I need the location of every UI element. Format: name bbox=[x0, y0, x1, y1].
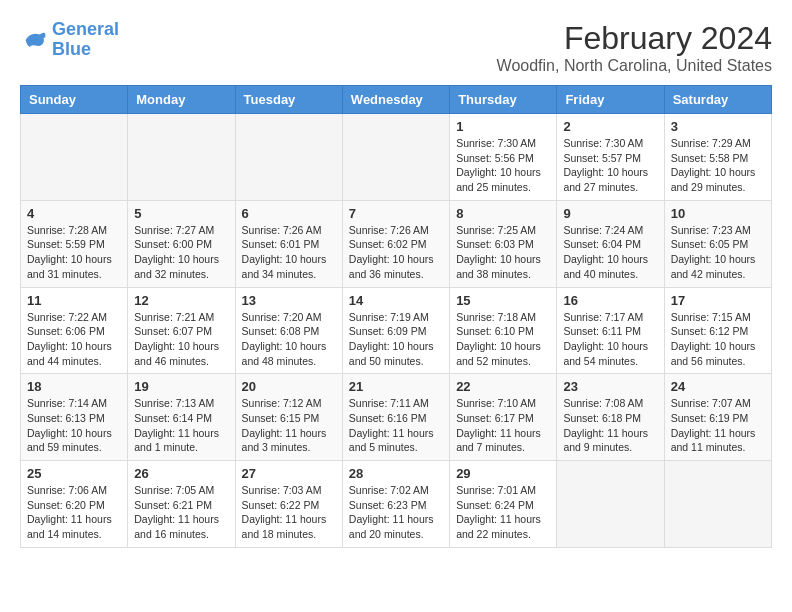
calendar-cell: 19Sunrise: 7:13 AMSunset: 6:14 PMDayligh… bbox=[128, 374, 235, 461]
header-cell-friday: Friday bbox=[557, 86, 664, 114]
day-number: 15 bbox=[456, 293, 550, 308]
day-number: 1 bbox=[456, 119, 550, 134]
calendar-cell: 23Sunrise: 7:08 AMSunset: 6:18 PMDayligh… bbox=[557, 374, 664, 461]
calendar-cell: 16Sunrise: 7:17 AMSunset: 6:11 PMDayligh… bbox=[557, 287, 664, 374]
calendar-cell: 9Sunrise: 7:24 AMSunset: 6:04 PMDaylight… bbox=[557, 200, 664, 287]
day-number: 5 bbox=[134, 206, 228, 221]
day-number: 4 bbox=[27, 206, 121, 221]
day-number: 13 bbox=[242, 293, 336, 308]
calendar-week-1: 1Sunrise: 7:30 AMSunset: 5:56 PMDaylight… bbox=[21, 114, 772, 201]
calendar-cell: 28Sunrise: 7:02 AMSunset: 6:23 PMDayligh… bbox=[342, 461, 449, 548]
day-info: Sunrise: 7:28 AMSunset: 5:59 PMDaylight:… bbox=[27, 223, 121, 282]
day-number: 23 bbox=[563, 379, 657, 394]
day-number: 2 bbox=[563, 119, 657, 134]
calendar-cell bbox=[235, 114, 342, 201]
day-number: 26 bbox=[134, 466, 228, 481]
calendar-cell: 20Sunrise: 7:12 AMSunset: 6:15 PMDayligh… bbox=[235, 374, 342, 461]
header-cell-wednesday: Wednesday bbox=[342, 86, 449, 114]
calendar-cell bbox=[342, 114, 449, 201]
day-number: 20 bbox=[242, 379, 336, 394]
day-info: Sunrise: 7:12 AMSunset: 6:15 PMDaylight:… bbox=[242, 396, 336, 455]
calendar-cell: 3Sunrise: 7:29 AMSunset: 5:58 PMDaylight… bbox=[664, 114, 771, 201]
header-cell-sunday: Sunday bbox=[21, 86, 128, 114]
header-cell-monday: Monday bbox=[128, 86, 235, 114]
day-info: Sunrise: 7:15 AMSunset: 6:12 PMDaylight:… bbox=[671, 310, 765, 369]
page-header: General Blue February 2024 Woodfin, Nort… bbox=[20, 20, 772, 75]
calendar-cell bbox=[128, 114, 235, 201]
calendar-cell bbox=[21, 114, 128, 201]
calendar-cell bbox=[664, 461, 771, 548]
page-subtitle: Woodfin, North Carolina, United States bbox=[497, 57, 772, 75]
day-info: Sunrise: 7:23 AMSunset: 6:05 PMDaylight:… bbox=[671, 223, 765, 282]
calendar-cell: 12Sunrise: 7:21 AMSunset: 6:07 PMDayligh… bbox=[128, 287, 235, 374]
day-info: Sunrise: 7:01 AMSunset: 6:24 PMDaylight:… bbox=[456, 483, 550, 542]
calendar-cell: 6Sunrise: 7:26 AMSunset: 6:01 PMDaylight… bbox=[235, 200, 342, 287]
day-info: Sunrise: 7:03 AMSunset: 6:22 PMDaylight:… bbox=[242, 483, 336, 542]
day-info: Sunrise: 7:19 AMSunset: 6:09 PMDaylight:… bbox=[349, 310, 443, 369]
day-info: Sunrise: 7:11 AMSunset: 6:16 PMDaylight:… bbox=[349, 396, 443, 455]
day-info: Sunrise: 7:22 AMSunset: 6:06 PMDaylight:… bbox=[27, 310, 121, 369]
day-info: Sunrise: 7:06 AMSunset: 6:20 PMDaylight:… bbox=[27, 483, 121, 542]
day-info: Sunrise: 7:27 AMSunset: 6:00 PMDaylight:… bbox=[134, 223, 228, 282]
calendar-cell: 17Sunrise: 7:15 AMSunset: 6:12 PMDayligh… bbox=[664, 287, 771, 374]
logo-general: General bbox=[52, 19, 119, 39]
day-number: 24 bbox=[671, 379, 765, 394]
day-number: 22 bbox=[456, 379, 550, 394]
calendar-cell: 26Sunrise: 7:05 AMSunset: 6:21 PMDayligh… bbox=[128, 461, 235, 548]
day-number: 17 bbox=[671, 293, 765, 308]
calendar-header-row: SundayMondayTuesdayWednesdayThursdayFrid… bbox=[21, 86, 772, 114]
calendar-body: 1Sunrise: 7:30 AMSunset: 5:56 PMDaylight… bbox=[21, 114, 772, 548]
day-info: Sunrise: 7:07 AMSunset: 6:19 PMDaylight:… bbox=[671, 396, 765, 455]
day-info: Sunrise: 7:21 AMSunset: 6:07 PMDaylight:… bbox=[134, 310, 228, 369]
day-number: 21 bbox=[349, 379, 443, 394]
day-number: 28 bbox=[349, 466, 443, 481]
calendar-cell: 22Sunrise: 7:10 AMSunset: 6:17 PMDayligh… bbox=[450, 374, 557, 461]
day-number: 3 bbox=[671, 119, 765, 134]
calendar-cell: 21Sunrise: 7:11 AMSunset: 6:16 PMDayligh… bbox=[342, 374, 449, 461]
day-number: 6 bbox=[242, 206, 336, 221]
day-number: 10 bbox=[671, 206, 765, 221]
calendar-cell: 13Sunrise: 7:20 AMSunset: 6:08 PMDayligh… bbox=[235, 287, 342, 374]
page-title: February 2024 bbox=[497, 20, 772, 57]
calendar-cell: 4Sunrise: 7:28 AMSunset: 5:59 PMDaylight… bbox=[21, 200, 128, 287]
header-cell-tuesday: Tuesday bbox=[235, 86, 342, 114]
logo: General Blue bbox=[20, 20, 119, 60]
day-info: Sunrise: 7:17 AMSunset: 6:11 PMDaylight:… bbox=[563, 310, 657, 369]
day-number: 7 bbox=[349, 206, 443, 221]
calendar-cell: 2Sunrise: 7:30 AMSunset: 5:57 PMDaylight… bbox=[557, 114, 664, 201]
day-info: Sunrise: 7:29 AMSunset: 5:58 PMDaylight:… bbox=[671, 136, 765, 195]
day-number: 29 bbox=[456, 466, 550, 481]
day-info: Sunrise: 7:10 AMSunset: 6:17 PMDaylight:… bbox=[456, 396, 550, 455]
header-cell-thursday: Thursday bbox=[450, 86, 557, 114]
day-info: Sunrise: 7:20 AMSunset: 6:08 PMDaylight:… bbox=[242, 310, 336, 369]
day-info: Sunrise: 7:26 AMSunset: 6:02 PMDaylight:… bbox=[349, 223, 443, 282]
day-info: Sunrise: 7:24 AMSunset: 6:04 PMDaylight:… bbox=[563, 223, 657, 282]
title-area: February 2024 Woodfin, North Carolina, U… bbox=[497, 20, 772, 75]
day-info: Sunrise: 7:14 AMSunset: 6:13 PMDaylight:… bbox=[27, 396, 121, 455]
calendar-table: SundayMondayTuesdayWednesdayThursdayFrid… bbox=[20, 85, 772, 548]
day-info: Sunrise: 7:26 AMSunset: 6:01 PMDaylight:… bbox=[242, 223, 336, 282]
day-number: 19 bbox=[134, 379, 228, 394]
day-info: Sunrise: 7:30 AMSunset: 5:56 PMDaylight:… bbox=[456, 136, 550, 195]
calendar-cell: 1Sunrise: 7:30 AMSunset: 5:56 PMDaylight… bbox=[450, 114, 557, 201]
calendar-cell: 14Sunrise: 7:19 AMSunset: 6:09 PMDayligh… bbox=[342, 287, 449, 374]
day-info: Sunrise: 7:05 AMSunset: 6:21 PMDaylight:… bbox=[134, 483, 228, 542]
calendar-cell: 27Sunrise: 7:03 AMSunset: 6:22 PMDayligh… bbox=[235, 461, 342, 548]
day-number: 11 bbox=[27, 293, 121, 308]
calendar-week-5: 25Sunrise: 7:06 AMSunset: 6:20 PMDayligh… bbox=[21, 461, 772, 548]
day-info: Sunrise: 7:02 AMSunset: 6:23 PMDaylight:… bbox=[349, 483, 443, 542]
logo-icon bbox=[20, 26, 48, 54]
day-number: 27 bbox=[242, 466, 336, 481]
day-number: 25 bbox=[27, 466, 121, 481]
calendar-cell: 29Sunrise: 7:01 AMSunset: 6:24 PMDayligh… bbox=[450, 461, 557, 548]
day-info: Sunrise: 7:25 AMSunset: 6:03 PMDaylight:… bbox=[456, 223, 550, 282]
calendar-cell: 11Sunrise: 7:22 AMSunset: 6:06 PMDayligh… bbox=[21, 287, 128, 374]
day-number: 16 bbox=[563, 293, 657, 308]
day-number: 14 bbox=[349, 293, 443, 308]
day-number: 8 bbox=[456, 206, 550, 221]
logo-blue: Blue bbox=[52, 39, 91, 59]
header-cell-saturday: Saturday bbox=[664, 86, 771, 114]
calendar-week-4: 18Sunrise: 7:14 AMSunset: 6:13 PMDayligh… bbox=[21, 374, 772, 461]
calendar-cell: 15Sunrise: 7:18 AMSunset: 6:10 PMDayligh… bbox=[450, 287, 557, 374]
calendar-cell bbox=[557, 461, 664, 548]
